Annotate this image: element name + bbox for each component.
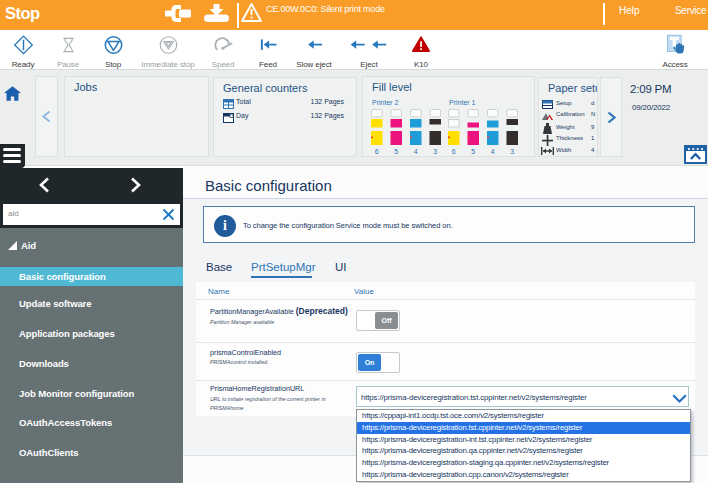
svg-text:4: 4 [414,148,418,155]
svg-text:5: 5 [394,148,398,155]
svg-text:3: 3 [510,148,514,155]
svg-text:3: 3 [433,148,437,155]
svg-text:4: 4 [491,148,495,155]
svg-text:6: 6 [375,148,379,155]
svg-text:6: 6 [452,148,456,155]
svg-text:5: 5 [471,148,475,155]
